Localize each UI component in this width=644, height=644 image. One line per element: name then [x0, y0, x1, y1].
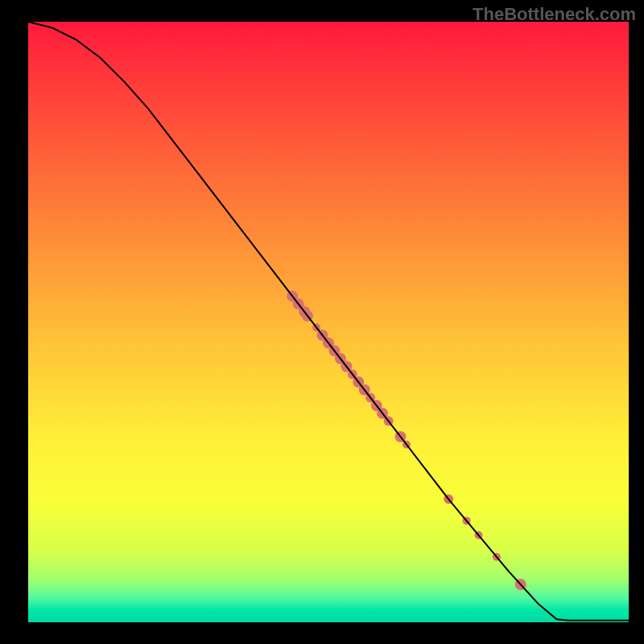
curve-line — [28, 22, 629, 621]
attribution-text: TheBottleneck.com — [473, 4, 636, 25]
chart-svg — [28, 22, 629, 622]
axis-bottom-band — [28, 622, 629, 628]
